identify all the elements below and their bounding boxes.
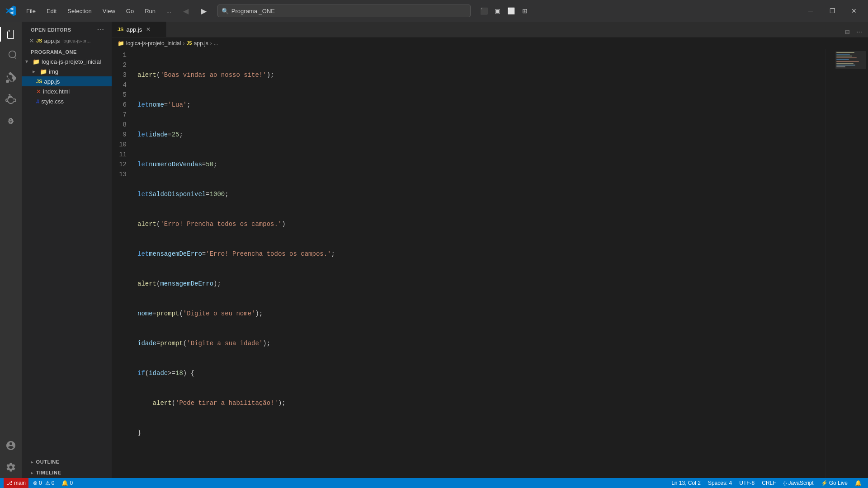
- code-line-1: alert('Boas vindas ao nosso site!');: [137, 70, 826, 80]
- style-css-file[interactable]: # style.css: [22, 96, 112, 106]
- menu-view[interactable]: View: [98, 6, 120, 16]
- img-folder-icon: 📁: [40, 68, 47, 75]
- notification-bell-icon: 🔔: [855, 480, 862, 486]
- style-css-label: style.css: [41, 98, 64, 105]
- img-chevron-icon: ▸: [33, 68, 40, 75]
- code-editor[interactable]: 1 2 3 4 5 6 7 8 9 10 11 12 13 alert('Boa…: [112, 49, 868, 478]
- index-html-file[interactable]: ✕ index.html: [22, 86, 112, 96]
- vscode-logo[interactable]: [4, 4, 18, 18]
- status-ln-col[interactable]: Ln 13, Col 2: [669, 478, 703, 488]
- titlebar: File Edit Selection View Go Run ... ◀ ▶ …: [0, 0, 868, 22]
- status-line-ending[interactable]: CRLF: [759, 478, 778, 488]
- activity-search[interactable]: [0, 45, 22, 67]
- status-language[interactable]: {} JavaScript: [781, 478, 816, 488]
- status-errors[interactable]: ⊗ 0 ⚠ 0: [30, 478, 57, 488]
- language-label: JavaScript: [788, 480, 814, 486]
- folder-root[interactable]: ▾ 📁 logica-js-projeto_inicial: [22, 56, 112, 66]
- breadcrumb: 📁 logica-js-projeto_inicial › JS app.js …: [112, 38, 868, 49]
- tab-app-js[interactable]: JS app.js ✕: [112, 22, 166, 37]
- code-line-6: alert ('Erro! Prencha todos os campos.'): [137, 219, 826, 229]
- more-actions-button[interactable]: ⋯: [854, 26, 864, 37]
- svg-rect-0: [836, 52, 854, 53]
- img-folder[interactable]: ▸ 📁 img: [22, 66, 112, 76]
- status-branch[interactable]: ⎇ main: [4, 478, 28, 488]
- layout-btn-4[interactable]: ⊞: [519, 5, 531, 17]
- nav-back-button[interactable]: ◀: [179, 4, 193, 18]
- open-editor-close-icon[interactable]: ✕: [29, 37, 36, 44]
- split-editor-button[interactable]: ⊟: [842, 26, 853, 37]
- code-line-3: let idade = 25;: [137, 130, 826, 140]
- style-css-icon: #: [36, 98, 39, 105]
- minimap[interactable]: [832, 49, 868, 478]
- status-notifications[interactable]: 🔔 0: [59, 478, 75, 488]
- search-text: Programa _ONE: [231, 8, 275, 14]
- menu-more[interactable]: ...: [162, 6, 176, 16]
- tab-close-button[interactable]: ✕: [145, 26, 152, 33]
- code-line-13: }: [137, 428, 826, 438]
- outline-label: OUTLINE: [36, 459, 60, 465]
- code-line-9: nome = prompt ('Digite o seu nome');: [137, 309, 826, 319]
- breadcrumb-folder-icon: 📁: [118, 40, 124, 47]
- status-bar: ⎇ main ⊗ 0 ⚠ 0 🔔 0 Ln 13, Col 2 Spaces: …: [0, 478, 868, 488]
- breadcrumb-folder[interactable]: 📁 logica-js-projeto_inicial: [118, 40, 181, 47]
- menu-file[interactable]: File: [22, 6, 40, 16]
- breadcrumb-more-label: ...: [214, 40, 218, 47]
- open-editors-more-btn[interactable]: ⋯: [95, 25, 106, 34]
- svg-rect-5: [836, 61, 859, 62]
- error-icon: ⊗: [33, 480, 38, 486]
- activity-settings[interactable]: [0, 456, 22, 478]
- open-editor-item[interactable]: ✕ JS app.js logica-js-pr...: [22, 36, 112, 46]
- svg-rect-8: [836, 66, 845, 67]
- folder-name: logica-js-projeto_inicial: [42, 58, 101, 65]
- app-js-label: app.js: [44, 78, 60, 85]
- status-spaces[interactable]: Spaces: 4: [705, 478, 735, 488]
- svg-rect-4: [836, 59, 849, 60]
- layout-btn-1[interactable]: ⬛: [478, 5, 491, 17]
- layout-btn-2[interactable]: ▣: [491, 5, 504, 17]
- window-controls: ─ ❐ ✕: [800, 4, 864, 18]
- search-icon: 🔍: [222, 8, 229, 14]
- main-layout: OPEN EDITORS ⋯ ✕ JS app.js logica-js-pr.…: [0, 22, 868, 478]
- breadcrumb-file-label: app.js: [194, 40, 208, 47]
- restore-button[interactable]: ❐: [822, 4, 843, 18]
- search-bar[interactable]: 🔍 Programa _ONE: [217, 5, 471, 17]
- svg-rect-1: [836, 54, 850, 55]
- breadcrumb-file[interactable]: JS app.js: [186, 40, 208, 47]
- menu-selection[interactable]: Selection: [63, 6, 96, 16]
- status-bell[interactable]: 🔔: [852, 478, 864, 488]
- menu-edit[interactable]: Edit: [42, 6, 61, 16]
- activity-git[interactable]: [0, 67, 22, 89]
- app-js-file[interactable]: JS app.js: [22, 76, 112, 86]
- golive-icon: ⚡: [821, 480, 828, 486]
- tab-actions: ⊟ ⋯: [842, 26, 868, 37]
- code-content[interactable]: alert('Boas vindas ao nosso site!'); let…: [134, 49, 826, 478]
- menu-go[interactable]: Go: [122, 6, 138, 16]
- timeline-section[interactable]: ▸ TIMELINE: [22, 467, 112, 478]
- code-line-12: alert('Pode tirar a habilitação!');: [137, 398, 826, 408]
- tab-bar: JS app.js ✕ ⊟ ⋯: [112, 22, 868, 38]
- line-numbers: 1 2 3 4 5 6 7 8 9 10 11 12 13: [112, 49, 134, 478]
- branch-name: main: [14, 480, 26, 486]
- nav-forward-button[interactable]: ▶: [197, 4, 211, 18]
- activity-explorer[interactable]: [0, 23, 22, 45]
- status-golive[interactable]: ⚡ Go Live: [818, 478, 850, 488]
- breadcrumb-more[interactable]: ...: [214, 40, 218, 47]
- svg-rect-2: [836, 56, 852, 56]
- folder-chevron-icon: ▾: [25, 58, 33, 65]
- git-branch-icon: ⎇: [6, 480, 13, 486]
- close-button[interactable]: ✕: [844, 4, 864, 18]
- index-html-label: index.html: [43, 88, 70, 95]
- outline-section[interactable]: ▸ OUTLINE: [22, 456, 112, 467]
- index-html-icon: ✕: [36, 88, 41, 95]
- activity-account[interactable]: [0, 435, 22, 456]
- activity-debug[interactable]: [0, 89, 22, 110]
- outline-chevron-icon: ▸: [31, 460, 33, 465]
- program-header: PROGRAMA_ONE: [22, 46, 112, 56]
- bell-icon: 🔔: [61, 480, 68, 486]
- status-encoding[interactable]: UTF-8: [736, 478, 757, 488]
- code-line-10: idade = prompt ('Digite a sua idade');: [137, 338, 826, 348]
- menu-run[interactable]: Run: [140, 6, 160, 16]
- layout-btn-3[interactable]: ⬜: [505, 5, 518, 17]
- minimize-button[interactable]: ─: [800, 4, 821, 18]
- activity-extensions[interactable]: [0, 110, 22, 132]
